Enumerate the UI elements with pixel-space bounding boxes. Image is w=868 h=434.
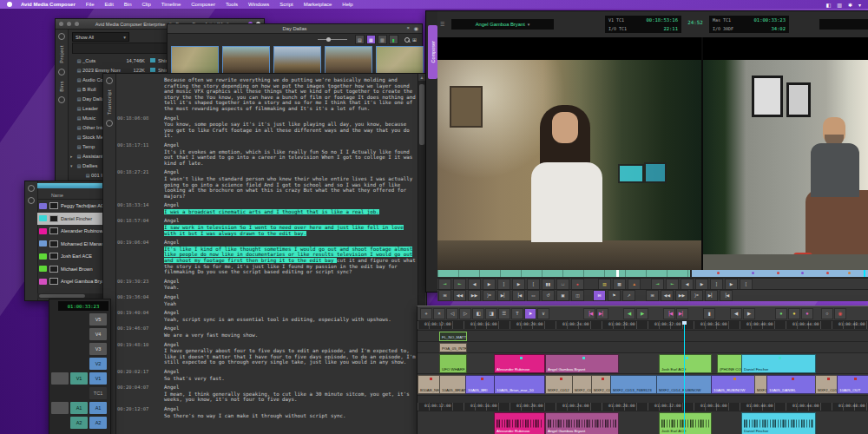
transport-button[interactable]: ▶▏: [497, 290, 510, 301]
frame-view-button[interactable]: ▦: [366, 35, 376, 44]
timeline-tool-button[interactable]: ▶: [636, 308, 648, 319]
clip-10a05-brian[interactable]: 10A05_BRIAN: [439, 375, 467, 394]
clip-10a05-out[interactable]: 10A05_OUT: [837, 375, 868, 394]
timeline-tool-button[interactable]: ◉: [834, 308, 846, 319]
sidebar-tab-project[interactable]: Project: [59, 45, 64, 63]
thumbnail-canyon-climber[interactable]: [222, 46, 270, 74]
menu-extra-icon[interactable]: ▥: [837, 2, 842, 8]
transcript-entry[interactable]: 00:19:46:07AngelWe are a very fast movin…: [117, 326, 418, 338]
source-clip-name-menu[interactable]: Angel Gamboa Bryant ▾: [451, 19, 554, 30]
transcript-entry[interactable]: 00:20:12:07AngelSo there's no way I can …: [117, 406, 418, 418]
transport-button[interactable]: ↗: [622, 290, 635, 301]
menu-tools[interactable]: Tools: [226, 2, 238, 7]
transport-button[interactable]: ⚑: [608, 290, 621, 301]
gear-icon[interactable]: ◉: [414, 25, 418, 31]
close-icon[interactable]: ×: [406, 25, 410, 30]
timeline-tool-button[interactable]: ●: [788, 308, 800, 319]
clip-josh-earl-ace[interactable]: Josh Earl ACE: [659, 354, 712, 373]
timeline-tool-button[interactable]: ◧: [472, 308, 484, 319]
thumbnail-climber-portrait[interactable]: [171, 46, 219, 74]
track-button-V5[interactable]: V5: [89, 313, 107, 326]
transport-button[interactable]: ▶▶: [468, 290, 481, 301]
clip-josh-earl-ace[interactable]: Josh Earl ACE: [659, 412, 712, 434]
timeline-tool-button[interactable]: ▶▏: [676, 308, 688, 319]
track-button-blank[interactable]: [51, 402, 69, 414]
sidebar-tab-bins[interactable]: Bins: [59, 81, 64, 92]
clip-b10ab-new[interactable]: B10AB_NEW: [418, 375, 441, 394]
transport-button[interactable]: ⊞: [438, 290, 451, 301]
scrollbar-thumb[interactable]: [419, 84, 424, 145]
transcript-entry[interactable]: 00:18:06:08AngelYou know, some people sa…: [117, 115, 418, 139]
transport-button[interactable]: )=: [690, 290, 703, 301]
lock-button[interactable]: ▮: [389, 35, 398, 44]
timeline-ruler-top[interactable]: 01:00:12:0001:00:16:0001:00:20:0001:00:2…: [418, 321, 868, 329]
thumbnail-canyon-cliff[interactable]: [325, 46, 372, 74]
transport-button[interactable]: ⊞: [646, 290, 659, 301]
clip-mxf2-c013-76b9123[interactable]: MXF2_C013_76B9123: [610, 375, 658, 394]
timeline-tool-button[interactable]: ○: [821, 308, 833, 319]
list-view-button[interactable]: ▤: [355, 35, 365, 44]
transcript-entry[interactable]: 00:19:30:23AngelYeah.: [117, 279, 418, 291]
record-position-indicator[interactable]: [864, 270, 865, 277]
timeline-tool-button[interactable]: ▕◀: [663, 308, 675, 319]
timeline-tool-button[interactable]: ∨: [537, 308, 549, 319]
transport-button[interactable]: ▕◀: [720, 290, 733, 301]
source-monitor-video[interactable]: [437, 60, 701, 270]
record-monitor-video[interactable]: [703, 60, 868, 270]
clip-mxf2-c012[interactable]: MXF2_C012: [545, 375, 574, 394]
timeline-tool-button[interactable]: ➤: [524, 308, 536, 319]
clip-10a05-brian-mar-10[interactable]: 10A05_Brian_mar_10: [494, 375, 545, 394]
record-timecode-box[interactable]: Mas TC101:00:33:23 I/O 30DF34:02: [709, 16, 789, 33]
track-button-TC1[interactable]: TC1: [89, 387, 107, 399]
composer-tab[interactable]: Composer: [428, 25, 437, 79]
panel-dot-icon[interactable]: [28, 185, 35, 192]
transcript-entry[interactable]: 00:19:40:04AngelYeah, script sync is an …: [117, 310, 418, 322]
window-close-button[interactable]: [59, 22, 63, 26]
transcript-entry[interactable]: 00:18:57:04AngelI saw work in television…: [117, 218, 418, 236]
menu-composer[interactable]: Composer: [191, 2, 215, 7]
clip--phone-conf[interactable]: (PHONE CONF: [717, 354, 742, 373]
track-button-A1[interactable]: A1: [89, 402, 107, 414]
transcript-entry[interactable]: 00:18:33:14AngelI was a broadcast cinema…: [117, 202, 418, 214]
menu-bin[interactable]: Bin: [124, 2, 132, 7]
timeline-tool-button[interactable]: ▷: [459, 308, 471, 319]
timeline-playhead[interactable]: [684, 321, 685, 434]
scroll-up-arrow-icon[interactable]: ▲: [418, 74, 425, 81]
menu-extra-icon[interactable]: ✱: [848, 2, 852, 8]
transport-button[interactable]: ▶▶: [675, 290, 688, 301]
source-position-bar[interactable]: [437, 270, 690, 277]
menu-windows[interactable]: Windows: [248, 2, 269, 7]
timeline-tool-button[interactable]: ▕◀: [583, 308, 595, 319]
track-button-A2[interactable]: A2: [89, 417, 107, 429]
transcript-entry[interactable]: Because often we rewrite everything we d…: [117, 77, 418, 112]
timeline-tool-button[interactable]: ×: [433, 308, 445, 319]
menu-help[interactable]: Help: [342, 2, 352, 7]
source-position-indicator[interactable]: [616, 270, 619, 277]
menu-extra-icon[interactable]: ▾: [858, 2, 861, 8]
record-position-bar[interactable]: [692, 270, 868, 277]
timeline-tool-button[interactable]: ◀: [623, 308, 635, 319]
transport-button[interactable]: ◀◀: [453, 290, 466, 301]
transport-button[interactable]: ◀◀: [661, 290, 674, 301]
transport-button[interactable]: ▣: [556, 290, 569, 301]
track-button-V4[interactable]: V4: [89, 328, 107, 340]
transport-button[interactable]: )=: [483, 290, 496, 301]
track-button-V3[interactable]: V3: [89, 343, 107, 355]
menu-app-name[interactable]: Avid Media Composer: [21, 2, 76, 7]
day-dallas-titlebar[interactable]: Day Dallas × ◉: [168, 24, 422, 34]
clip-pga-05-intr[interactable]: PGA_05_INTR: [439, 343, 467, 352]
transcript-entry[interactable]: 00:19:48:10AngelI have generally about f…: [117, 342, 418, 365]
transport-button[interactable]: ▭: [527, 290, 540, 301]
hamburger-menu-icon[interactable]: ☰: [440, 21, 444, 27]
clip-daniel-fincher[interactable]: Daniel Fincher: [741, 412, 816, 434]
menu-script[interactable]: Script: [279, 2, 293, 7]
track-button-A2[interactable]: A2: [70, 417, 88, 429]
timeline-tool-button[interactable]: ◁: [446, 308, 458, 319]
apple-menu-icon[interactable]: [7, 2, 12, 7]
bin-filter-dropdown[interactable]: Show All ▾: [72, 32, 129, 42]
track-button-V1[interactable]: V1: [89, 372, 107, 385]
clip-10a05-rubinow[interactable]: 10A05_RUBINOW: [711, 375, 756, 394]
timeline-tool-button[interactable]: ⌖: [420, 308, 432, 319]
script-view-button[interactable]: ▥: [378, 35, 387, 44]
clip-10a05-bri[interactable]: 10A05_BRI: [465, 375, 496, 394]
